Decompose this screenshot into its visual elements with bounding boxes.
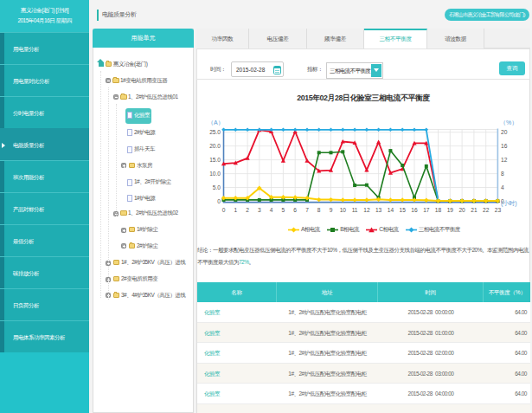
svg-text:（A）: （A）: [208, 119, 224, 126]
svg-text:1: 1: [234, 207, 237, 213]
svg-text:(小时): (小时): [501, 200, 517, 207]
svg-text:16: 16: [411, 207, 418, 213]
svg-text:5.0: 5.0: [213, 184, 221, 190]
svg-text:4: 4: [270, 207, 273, 213]
svg-text:8: 8: [501, 171, 504, 177]
svg-text:12: 12: [501, 157, 508, 163]
svg-text:8: 8: [317, 207, 321, 213]
svg-text:3: 3: [258, 207, 261, 213]
svg-text:9: 9: [330, 207, 333, 213]
svg-text:12: 12: [363, 207, 370, 213]
svg-text:17: 17: [423, 207, 430, 213]
svg-text:6: 6: [293, 207, 297, 213]
svg-text:0: 0: [217, 198, 221, 204]
svg-text:7: 7: [305, 207, 309, 213]
svg-text:（%）: （%）: [500, 119, 517, 126]
svg-text:25.0: 25.0: [209, 129, 221, 135]
svg-text:11: 11: [352, 207, 358, 213]
svg-text:20: 20: [501, 129, 508, 135]
svg-text:10.0: 10.0: [209, 171, 221, 177]
svg-text:18: 18: [435, 207, 442, 213]
svg-text:21: 21: [471, 207, 478, 213]
svg-text:10: 10: [340, 207, 347, 213]
svg-text:16: 16: [501, 143, 508, 149]
svg-text:20: 20: [458, 207, 465, 213]
svg-text:22: 22: [483, 207, 490, 213]
svg-text:19: 19: [447, 207, 454, 213]
svg-text:15.0: 15.0: [209, 157, 221, 163]
svg-text:23: 23: [495, 207, 502, 213]
svg-text:15: 15: [400, 207, 407, 213]
svg-text:20.0: 20.0: [209, 143, 221, 149]
svg-text:14: 14: [388, 207, 394, 213]
svg-text:4: 4: [501, 184, 504, 190]
svg-text:0: 0: [222, 207, 226, 213]
svg-text:5: 5: [282, 207, 285, 213]
svg-text:13: 13: [375, 207, 382, 213]
svg-text:2: 2: [246, 207, 249, 213]
